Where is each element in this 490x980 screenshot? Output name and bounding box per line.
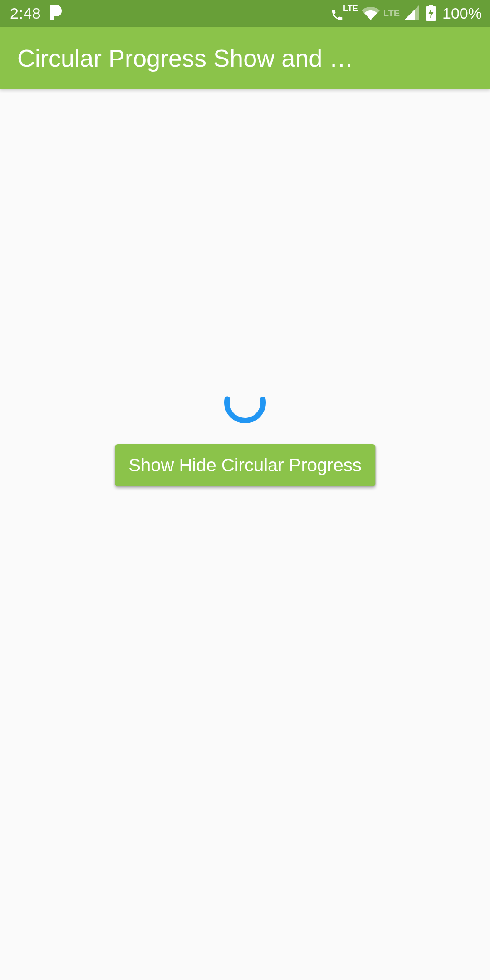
lte-dim-label: LTE (383, 8, 400, 19)
app-bar: Circular Progress Show and … (0, 27, 490, 89)
circular-progress-icon (222, 380, 268, 425)
page-title: Circular Progress Show and … (17, 44, 473, 72)
phone-lte-icon: LTE (330, 5, 358, 22)
pandora-icon (49, 5, 62, 22)
toggle-progress-button[interactable]: Show Hide Circular Progress (115, 444, 375, 486)
svg-rect-0 (429, 5, 433, 6)
status-bar: 2:48 LTE LTE (0, 0, 490, 27)
status-right: LTE LTE 100% (330, 5, 482, 23)
battery-percentage: 100% (442, 5, 482, 22)
status-time: 2:48 (10, 5, 41, 22)
lte-label: LTE (343, 4, 358, 13)
content-area: Show Hide Circular Progress (0, 89, 490, 980)
status-left: 2:48 (10, 5, 62, 22)
wifi-icon (361, 5, 380, 22)
signal-icon (402, 5, 419, 22)
svg-point-1 (224, 382, 266, 424)
battery-charging-icon (421, 5, 436, 23)
